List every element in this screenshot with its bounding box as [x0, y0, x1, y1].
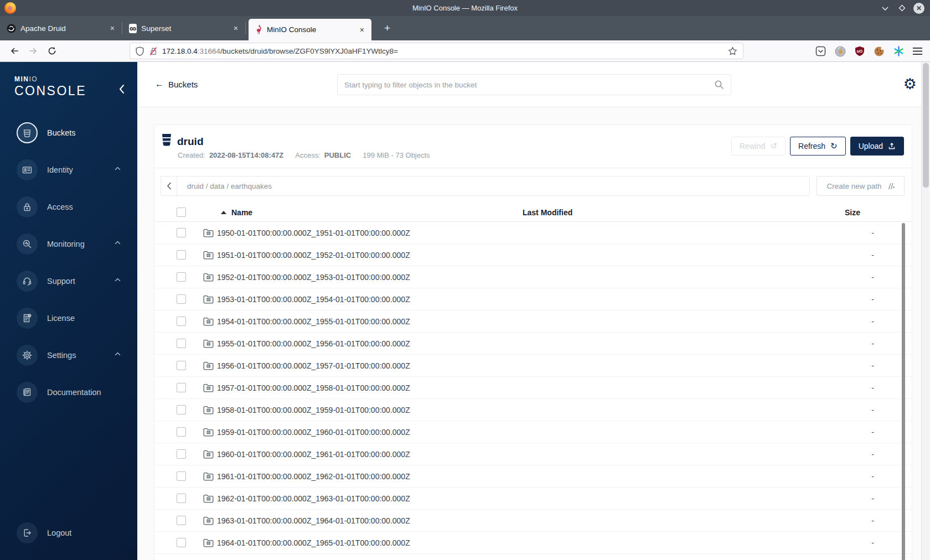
table-row[interactable]: 1964-01-01T00:00:00.000Z_1965-01-01T00:0…: [154, 532, 912, 554]
table-row[interactable]: 1955-01-01T00:00:00.000Z_1956-01-01T00:0…: [154, 333, 912, 355]
row-checkbox[interactable]: [177, 427, 186, 437]
breadcrumb[interactable]: druid / data / earthquakes: [187, 182, 272, 190]
sidebar-item-support[interactable]: Support: [17, 271, 137, 292]
sidebar-item-monitoring[interactable]: Monitoring: [17, 234, 137, 255]
back-button[interactable]: [10, 46, 19, 55]
table-row[interactable]: 1952-01-01T00:00:00.000Z_1953-01-01T00:0…: [154, 266, 912, 288]
row-checkbox[interactable]: [177, 471, 186, 481]
table-row[interactable]: 1963-01-01T00:00:00.000Z_1964-01-01T00:0…: [154, 510, 912, 532]
table-row[interactable]: 1954-01-01T00:00:00.000Z_1955-01-01T00:0…: [154, 310, 912, 333]
row-checkbox[interactable]: [177, 339, 186, 348]
row-checkbox[interactable]: [177, 361, 186, 370]
identity-card-icon: [22, 164, 33, 175]
asterisk-extension-icon[interactable]: [893, 46, 904, 56]
row-checkbox[interactable]: [177, 294, 186, 304]
pocket-extension-icon[interactable]: [815, 46, 826, 56]
object-filter-search[interactable]: [337, 74, 731, 95]
table-row[interactable]: 1958-01-01T00:00:00.000Z_1959-01-01T00:0…: [154, 399, 912, 421]
row-checkbox[interactable]: [177, 228, 186, 237]
window-maximize-button[interactable]: [897, 3, 907, 13]
tab-minio-console[interactable]: MinIO Console ×: [249, 19, 371, 40]
row-checkbox[interactable]: [177, 516, 186, 525]
screen: { "window": { "title": "MinIO Console — …: [0, 0, 930, 560]
sort-by-name[interactable]: Name: [221, 208, 252, 217]
druid-icon: [7, 24, 16, 33]
row-checkbox[interactable]: [177, 272, 186, 282]
table-row[interactable]: 1961-01-01T00:00:00.000Z_1962-01-01T00:0…: [154, 465, 912, 488]
refresh-button[interactable]: Refresh ↻: [790, 137, 846, 155]
window-close-button[interactable]: ✕: [913, 3, 924, 14]
row-checkbox[interactable]: [177, 538, 186, 547]
ublock-extension-icon[interactable]: uO: [855, 46, 865, 56]
sidebar-collapse-icon[interactable]: [118, 84, 125, 94]
table-row[interactable]: 1956-01-01T00:00:00.000Z_1957-01-01T00:0…: [154, 355, 912, 377]
created-value: 2022-08-15T14:08:47Z: [209, 151, 283, 159]
sidebar-item-access[interactable]: Access: [17, 196, 137, 217]
tab-close-icon[interactable]: ×: [232, 24, 240, 33]
chevron-up-icon[interactable]: [115, 241, 121, 245]
tab-title: MinIO Console: [267, 25, 354, 34]
sidebar-item-license[interactable]: License: [17, 308, 137, 329]
forward-button[interactable]: [29, 46, 38, 55]
window-minimize-button[interactable]: [880, 3, 890, 13]
bucket-metadata: Created: 2022-08-15T14:08:47Z Access: PU…: [178, 151, 430, 159]
search-input[interactable]: [344, 81, 714, 89]
hamburger-menu-icon[interactable]: [913, 47, 922, 55]
window-titlebar: MinIO Console — Mozilla Firefox ✕: [0, 0, 930, 16]
folder-icon: [203, 383, 214, 392]
select-all-checkbox[interactable]: [177, 208, 186, 217]
sidebar-item-documentation[interactable]: Documentation: [17, 382, 137, 403]
shield-icon[interactable]: [136, 46, 144, 56]
folder-icon: [203, 317, 214, 326]
breadcrumb-box: druid / data / earthquakes: [161, 176, 810, 196]
page-scrollbar-thumb[interactable]: [923, 63, 929, 188]
tab-apache-druid[interactable]: Apache Druid ×: [0, 16, 122, 40]
row-checkbox[interactable]: [177, 449, 186, 459]
settings-gear-icon[interactable]: ⚙: [903, 76, 917, 91]
sidebar-item-logout[interactable]: Logout: [17, 522, 71, 543]
table-row[interactable]: 1962-01-01T00:00:00.000Z_1963-01-01T00:0…: [154, 488, 912, 510]
tab-close-icon[interactable]: ×: [358, 25, 366, 34]
main-content: ← Buckets ⚙ druid Created: 2022-08-15T14…: [137, 62, 930, 560]
table-row[interactable]: 1965-01-01T00:00:00.000Z_1966-01-01T00:0…: [154, 554, 912, 560]
new-tab-button[interactable]: +: [381, 22, 394, 34]
page-scrollbar[interactable]: [921, 62, 930, 560]
table-row[interactable]: 1959-01-01T00:00:00.000Z_1960-01-01T00:0…: [154, 421, 912, 443]
table-row[interactable]: 1960-01-01T00:00:00.000Z_1961-01-01T00:0…: [154, 443, 912, 465]
sidebar-item-buckets[interactable]: Buckets: [17, 122, 137, 143]
chevron-up-icon[interactable]: [115, 352, 121, 356]
table-row[interactable]: 1950-01-01T00:00:00.000Z_1951-01-01T00:0…: [154, 222, 912, 244]
created-label: Created:: [178, 151, 205, 159]
insecure-lock-icon[interactable]: [149, 46, 158, 56]
url-bar[interactable]: 172.18.0.4:31664/buckets/druid/browse/ZG…: [130, 43, 743, 59]
tab-superset[interactable]: ∞ Superset ×: [122, 16, 245, 40]
url-text[interactable]: 172.18.0.4:31664/buckets/druid/browse/ZG…: [162, 47, 728, 55]
row-checkbox[interactable]: [177, 317, 186, 326]
table-row[interactable]: 1957-01-01T00:00:00.000Z_1958-01-01T00:0…: [154, 377, 912, 399]
cookie-extension-icon[interactable]: [874, 46, 885, 57]
back-to-buckets-link[interactable]: ← Buckets: [155, 79, 198, 89]
row-checkbox[interactable]: [177, 250, 186, 260]
table-row[interactable]: 1953-01-01T00:00:00.000Z_1954-01-01T00:0…: [154, 288, 912, 310]
folder-icon: [203, 406, 214, 414]
reload-button[interactable]: [48, 46, 56, 55]
table-row[interactable]: 1951-01-01T00:00:00.000Z_1952-01-01T00:0…: [154, 244, 912, 266]
last-modified-column-header: Last Modified: [523, 208, 845, 217]
folder-icon: [203, 295, 214, 304]
create-new-path-button[interactable]: Create new path: [817, 176, 905, 196]
chevron-up-icon[interactable]: [115, 167, 121, 170]
bookmark-star-icon[interactable]: [728, 46, 737, 56]
row-checkbox[interactable]: [177, 494, 186, 503]
chevron-up-icon[interactable]: [115, 278, 121, 282]
row-checkbox[interactable]: [177, 405, 186, 414]
privacy-extension-icon[interactable]: [835, 46, 846, 57]
table-scrollbar-thumb[interactable]: [902, 223, 905, 560]
upload-button[interactable]: Upload: [850, 137, 904, 155]
row-checkbox[interactable]: [177, 383, 186, 392]
rewind-button[interactable]: Rewind ↺: [731, 137, 786, 155]
access-label: Access:: [295, 151, 321, 159]
sidebar-item-settings[interactable]: Settings: [17, 345, 137, 366]
sidebar-item-identity[interactable]: Identity: [17, 159, 137, 180]
path-back-button[interactable]: [161, 177, 177, 195]
tab-close-icon[interactable]: ×: [108, 24, 116, 33]
